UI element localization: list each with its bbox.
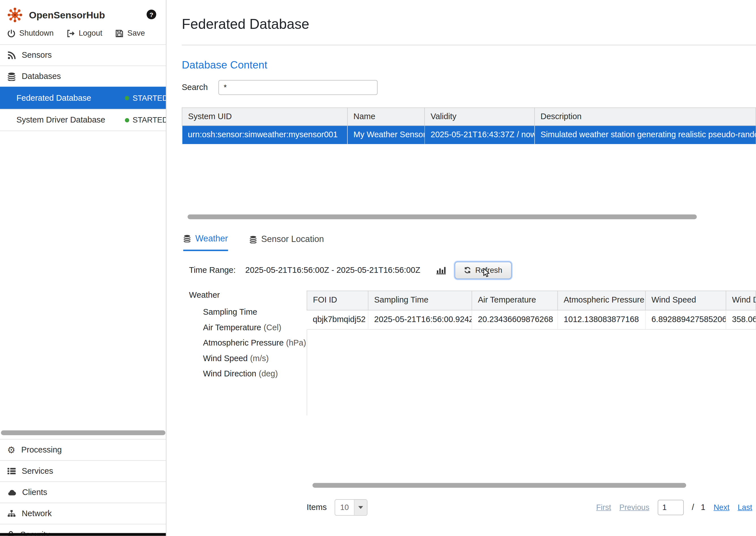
help-icon[interactable]: ? <box>147 10 156 19</box>
shutdown-label: Shutdown <box>19 29 53 38</box>
cell-system-uid: urn:osh:sensor:simweather:mysensor001 <box>182 126 347 144</box>
sidebar-item-label: Databases <box>22 72 61 81</box>
gears-icon: ⚙ <box>7 446 16 454</box>
observation-row[interactable]: qbjk7bmqidj52 2025-05-21T16:56:00.924Z 2… <box>307 310 756 329</box>
items-per-page: Items 10 <box>307 499 367 515</box>
cell-validity: 2025-05-21T16:43:37Z / now <box>425 126 534 144</box>
sidebar-item-databases[interactable]: Databases <box>0 66 166 87</box>
opensensorhub-admin: OpenSensorHub ? Shutdown Logout Save <box>0 0 756 536</box>
field-name: Wind Direction <box>203 369 256 378</box>
previous-page-link[interactable]: Previous <box>619 503 649 512</box>
page-size-value: 10 <box>335 503 354 512</box>
sidebar-bottom-strip <box>0 533 166 536</box>
observations-scrollbar[interactable] <box>307 483 756 487</box>
items-label: Items <box>307 502 327 512</box>
field-unit: (hPa) <box>286 338 306 347</box>
structure-field: Air Temperature(Cel) <box>189 322 307 332</box>
database-icon <box>7 72 16 81</box>
sidebar-item-sensors[interactable]: Sensors <box>0 45 166 66</box>
save-icon <box>115 29 123 37</box>
sidebar-horizontal-scrollbar[interactable] <box>1 430 165 435</box>
observations-table: FOI ID Sampling Time Air Temperature Atm… <box>307 290 756 329</box>
sidebar: OpenSensorHub ? Shutdown Logout Save <box>0 0 166 536</box>
tab-sensor-location[interactable]: Sensor Location <box>249 233 324 251</box>
col-header-sampling-time: Sampling Time <box>368 291 472 310</box>
sidebar-nav: Sensors Databases Federated Database STA… <box>0 45 166 131</box>
page-number-input[interactable] <box>658 499 683 515</box>
datastream-detail: Weather Sampling Time Air Temperature(Ce… <box>182 290 756 515</box>
cell-air-temperature: 20.23436609876268 <box>472 310 558 329</box>
scrollbar-thumb[interactable] <box>188 214 697 219</box>
table-row-selected[interactable]: urn:osh:sensor:simweather:mysensor001 My… <box>182 126 756 144</box>
sensors-icon <box>7 51 16 60</box>
scrollbar-thumb[interactable] <box>313 483 686 487</box>
search-label: Search <box>182 83 208 92</box>
cell-sampling-time: 2025-05-21T16:56:00.924Z <box>368 310 472 329</box>
field-name: Wind Speed <box>203 353 248 362</box>
sidebar-item-clients[interactable]: Clients <box>0 482 166 503</box>
systems-table-body-space <box>182 144 756 214</box>
col-header-air-temperature: Air Temperature <box>472 291 558 310</box>
list-icon <box>7 467 16 475</box>
sidebar-item-label: Clients <box>22 487 47 497</box>
sidebar-item-processing[interactable]: ⚙ Processing <box>0 439 166 460</box>
module-name: Federated Database <box>17 93 91 103</box>
sidebar-item-network[interactable]: Network <box>0 503 166 524</box>
col-header-atmospheric-pressure: Atmospheric Pressure <box>558 291 646 310</box>
sidebar-bottom-sections: ⚙ Processing Services Clients Network <box>0 439 166 536</box>
col-header-foi-id: FOI ID <box>307 291 368 310</box>
cell-name: My Weather Sensor <box>347 126 425 144</box>
sidebar-item-label: Processing <box>21 445 62 455</box>
systems-table-scrollbar[interactable] <box>182 214 756 219</box>
sidebar-item-label: Network <box>22 509 52 519</box>
systems-table: System UID Name Validity Description urn… <box>182 108 756 144</box>
structure-root: Weather <box>189 290 307 300</box>
observations-body-space <box>307 329 756 483</box>
search-row: Search <box>182 80 756 95</box>
sidebar-item-system-driver-database[interactable]: System Driver Database STARTED <box>0 109 166 131</box>
pagination-bar: Items 10 First Previous / 1 <box>307 499 756 515</box>
logout-icon <box>67 29 75 37</box>
power-icon <box>7 29 16 37</box>
page-size-select[interactable]: 10 <box>334 499 367 515</box>
sidebar-item-federated-database[interactable]: Federated Database STARTED <box>0 87 166 109</box>
page-navigation: First Previous / 1 Next Last <box>596 499 752 515</box>
status-dot-green <box>125 118 129 122</box>
search-input[interactable] <box>218 80 377 95</box>
status-label: STARTED <box>132 94 166 102</box>
opensensorhub-logo <box>6 6 24 24</box>
logout-button[interactable]: Logout <box>67 29 102 38</box>
col-header-wind-speed: Wind Speed <box>645 291 726 310</box>
col-header-system-uid: System UID <box>182 108 347 126</box>
time-range-row: Time Range: 2025-05-21T16:56:00Z - 2025-… <box>182 261 756 279</box>
cell-wind-speed: 6.892889427585206 <box>645 310 726 329</box>
module-status: STARTED <box>125 110 166 131</box>
scrollbar-thumb[interactable] <box>1 430 165 435</box>
time-range-value: 2025-05-21T16:56:00Z - 2025-05-21T16:56:… <box>245 265 420 275</box>
observations-panel: FOI ID Sampling Time Air Temperature Atm… <box>307 290 756 515</box>
structure-field: Wind Direction(deg) <box>189 369 307 379</box>
systems-table-header-row: System UID Name Validity Description <box>182 108 756 126</box>
field-name: Sampling Time <box>203 307 257 317</box>
time-range-label: Time Range: <box>189 265 236 275</box>
field-name: Atmospheric Pressure <box>203 338 284 347</box>
col-header-description: Description <box>534 108 756 126</box>
col-header-validity: Validity <box>425 108 534 126</box>
sidebar-item-services[interactable]: Services <box>0 460 166 482</box>
database-icon <box>183 235 191 242</box>
save-button[interactable]: Save <box>115 29 145 38</box>
shutdown-button[interactable]: Shutdown <box>7 29 54 38</box>
sidebar-actions: Shutdown Logout Save <box>0 25 166 45</box>
tab-label: Weather <box>195 233 228 244</box>
first-page-link[interactable]: First <box>596 503 611 512</box>
refresh-icon <box>464 267 471 274</box>
last-page-link[interactable]: Last <box>738 503 752 512</box>
chart-icon[interactable] <box>436 265 446 275</box>
tab-weather[interactable]: Weather <box>183 233 228 251</box>
next-page-link[interactable]: Next <box>713 503 729 512</box>
page-total: / 1 <box>692 502 705 512</box>
field-unit: (m/s) <box>250 353 269 362</box>
field-unit: (deg) <box>259 369 278 378</box>
refresh-button[interactable]: Refresh <box>455 261 511 279</box>
page-title: Federated Database <box>182 17 756 32</box>
